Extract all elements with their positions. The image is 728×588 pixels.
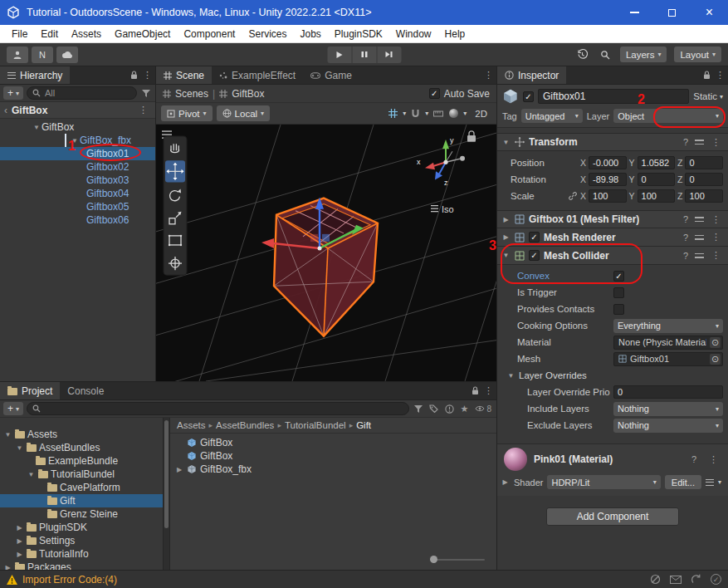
scale-y-field[interactable]: 100 [638,189,676,203]
help-icon[interactable]: ? [681,251,691,261]
hierarchy-item-giftbox03[interactable]: Giftbox03 [0,174,155,187]
static-dropdown[interactable]: Static▾ [693,91,723,101]
scrollbar-thumb[interactable] [164,420,169,528]
foldout-arrow-icon[interactable]: ▼ [27,471,36,478]
tab-inspector[interactable]: Inspector [497,66,566,84]
breadcrumb-scenes[interactable]: Scenes [175,88,208,100]
scale-x-field[interactable]: 100 [589,189,627,203]
step-button[interactable] [377,47,401,63]
menu-pluginsdk[interactable]: PluginSDK [328,25,389,42]
cloud-button[interactable] [56,47,78,63]
foldout-arrow-icon[interactable]: ▶ [15,551,24,558]
project-folder-gift[interactable]: Gift [0,494,163,507]
grid-visibility-toggle[interactable] [388,109,398,118]
project-folder-examplebundle[interactable]: ExampleBundle [0,454,163,468]
asset-item-giftbox-2[interactable]: GiftBox [170,449,496,463]
search-button[interactable] [598,47,613,62]
foldout-arrow-icon[interactable]: ▼ [32,124,42,131]
menu-assets[interactable]: Assets [65,25,108,42]
foldout-arrow-icon[interactable]: ▼ [70,137,80,145]
foldout-arrow-icon[interactable]: ▼ [3,431,12,439]
breadcrumb-scene-name[interactable]: GiftBox [232,88,264,100]
mesh-renderer-enabled-checkbox[interactable] [529,232,540,243]
kebab-menu-icon[interactable]: ⋮ [135,105,151,115]
tab-project[interactable]: Project [0,382,60,399]
physic-material-field[interactable]: None (Physic Material) ⊙ [613,336,723,350]
cooking-options-dropdown[interactable]: Everything▾ [613,319,723,333]
constrain-proportions-icon[interactable] [569,192,577,200]
object-picker-icon[interactable]: ⊙ [710,354,721,365]
menu-window[interactable]: Window [389,25,438,42]
help-icon[interactable]: ? [681,214,691,224]
material-menu-icon[interactable] [706,479,714,486]
breadcrumb-segment[interactable]: Assets [177,420,206,430]
gizmo-gray-cone[interactable] [460,156,465,161]
lock-icon[interactable] [470,386,481,395]
help-icon[interactable]: ? [689,454,699,464]
hierarchy-item-giftbox01[interactable]: Giftbox01 [0,147,155,160]
lock-icon[interactable] [701,71,712,80]
foldout-arrow-icon[interactable]: ▶ [15,537,24,545]
collab-offline-icon[interactable] [650,574,661,585]
mesh-collider-enabled-checkbox[interactable] [529,250,540,261]
kebab-menu-icon[interactable]: ⋮ [706,454,721,465]
lock-icon[interactable] [129,71,139,80]
shader-dropdown[interactable]: HDRP/Lit▾ [547,475,660,489]
foldout-arrow-icon[interactable]: ▶ [175,466,183,473]
provides-contacts-checkbox[interactable] [613,304,624,315]
gizmo-plane-handle[interactable] [310,234,318,242]
add-component-button[interactable]: Add Component [546,507,679,526]
tab-game[interactable]: Game [303,66,359,84]
maximize-button[interactable] [653,0,691,25]
presets-icon[interactable] [695,215,704,223]
hierarchy-scene-header[interactable]: ‹ GiftBox ⋮ [0,102,155,119]
tag-dropdown[interactable]: Untagged▾ [521,109,583,123]
project-folder-tutorialbundel[interactable]: ▼ TutorialBundel [0,468,163,481]
rotation-y-field[interactable]: 0 [638,173,676,186]
kebab-menu-icon[interactable]: ⋮ [481,385,496,396]
foldout-arrow-icon[interactable]: ▼ [501,139,511,146]
play-button[interactable] [327,47,351,63]
help-icon[interactable]: ? [681,233,691,243]
foldout-arrow-icon[interactable]: ▼ [15,444,24,452]
chevron-down-icon[interactable]: ▾ [718,478,721,486]
status-message[interactable]: Import Error Code:(4) [22,574,117,586]
is-trigger-checkbox[interactable] [613,287,624,298]
create-object-button[interactable]: +▾ [3,86,23,100]
layer-override-priority-field[interactable]: 0 [613,385,723,399]
project-folder-caveplatform[interactable]: CavePlatform [0,481,163,494]
kebab-menu-icon[interactable]: ⋮ [712,70,728,81]
hierarchy-item-giftbox05[interactable]: Giftbox05 [0,200,155,213]
presets-icon[interactable] [695,252,704,260]
layout-dropdown[interactable]: Layout▾ [674,47,721,62]
position-x-field[interactable]: -0.000 [589,156,627,169]
asset-item-giftbox-1[interactable]: GiftBox [170,436,496,449]
auto-save-checkbox[interactable] [429,88,440,99]
hierarchy-item-giftbox-fbx[interactable]: ▼ GiftBox_fbx [0,134,155,147]
hierarchy-search-input[interactable]: All [27,86,137,100]
menu-help[interactable]: Help [438,25,472,42]
create-asset-button[interactable]: +▾ [3,402,23,415]
chevron-down-icon[interactable]: ▾ [463,110,467,117]
project-folder-assetbundles[interactable]: ▼ AssetBundles [0,441,163,454]
refresh-icon[interactable] [691,574,701,585]
project-folder-packages[interactable]: ▶ Packages [0,561,163,570]
include-layers-dropdown[interactable]: Nothing▾ [613,402,723,416]
mesh-object-field[interactable]: Giftbox01 ⊙ [613,352,723,366]
thumbnail-zoom-slider[interactable] [430,555,485,563]
menu-edit[interactable]: Edit [34,25,65,42]
undo-history-button[interactable] [575,47,590,62]
project-folder-tutorialinfo[interactable]: ▶ TutorialInfo [0,547,163,561]
project-folder-assets[interactable]: ▼ Assets [0,428,163,441]
hierarchy-item-giftbox06[interactable]: Giftbox06 [0,213,155,227]
menu-services[interactable]: Services [242,25,293,42]
pause-button[interactable] [352,47,376,63]
presets-icon[interactable] [695,233,704,242]
hidden-packages-toggle[interactable]: 8 [473,404,493,414]
search-by-label-icon[interactable] [428,404,440,413]
mesh-renderer-header[interactable]: ▶ Mesh Renderer ? ⋮ [497,228,728,247]
hierarchy-item-giftbox-root[interactable]: ▼ GiftBox [0,120,155,134]
menu-gameobject[interactable]: GameObject [108,25,177,42]
tab-hierarchy[interactable]: Hierarchy [0,66,70,84]
hierarchy-item-giftbox02[interactable]: Giftbox02 [0,160,155,174]
